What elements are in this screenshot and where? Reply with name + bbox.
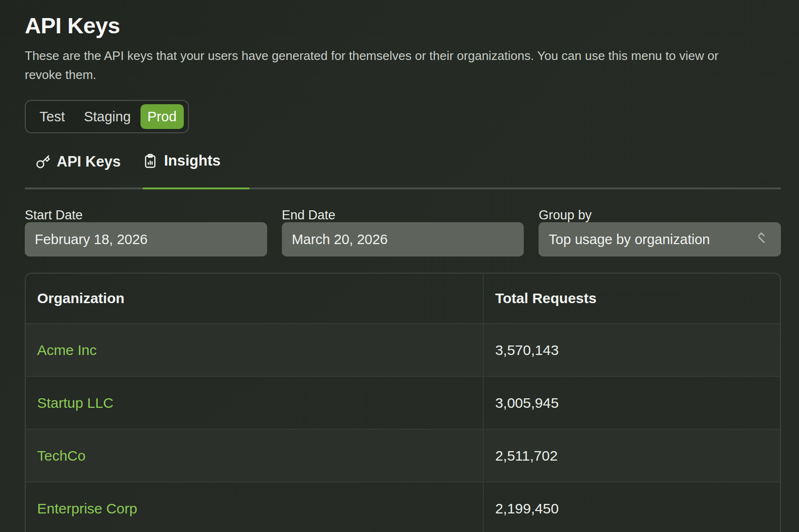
end-date-filter: End Date March 20, 2026 bbox=[282, 208, 524, 256]
environment-switcher: Test Staging Prod bbox=[25, 100, 189, 133]
start-date-label: Start Date bbox=[25, 208, 267, 222]
group-by-select[interactable]: Top usage by organization bbox=[539, 222, 781, 256]
page-title: API Keys bbox=[25, 12, 781, 39]
end-date-label: End Date bbox=[282, 208, 524, 222]
end-date-value: March 20, 2026 bbox=[292, 232, 388, 247]
organization-link[interactable]: Startup LLC bbox=[37, 395, 113, 411]
env-option-test[interactable]: Test bbox=[30, 104, 74, 129]
total-requests-cell: 2,511,702 bbox=[483, 429, 780, 482]
tab-api-keys[interactable]: API Keys bbox=[25, 148, 143, 189]
start-date-value: February 18, 2026 bbox=[35, 232, 148, 247]
group-by-filter: Group by Top usage by organization bbox=[539, 208, 781, 256]
column-header-organization: Organization bbox=[26, 274, 483, 323]
clipboard-chart-icon bbox=[143, 154, 158, 168]
total-requests-cell: 3,005,945 bbox=[483, 376, 780, 429]
organization-cell: Acme Inc bbox=[26, 323, 483, 376]
chevrons-up-down-icon bbox=[755, 231, 768, 248]
total-requests-cell: 2,199,450 bbox=[483, 482, 780, 532]
total-requests-value: 3,570,143 bbox=[495, 342, 559, 358]
env-option-prod[interactable]: Prod bbox=[140, 104, 184, 129]
tab-label: Insights bbox=[164, 152, 220, 169]
filter-bar: Start Date February 18, 2026 End Date Ma… bbox=[25, 208, 781, 256]
env-option-staging[interactable]: Staging bbox=[74, 104, 140, 129]
key-icon bbox=[36, 155, 50, 169]
organization-cell: Enterprise Corp bbox=[26, 482, 483, 532]
group-by-label: Group by bbox=[539, 208, 781, 222]
start-date-filter: Start Date February 18, 2026 bbox=[25, 208, 267, 256]
total-requests-value: 2,511,702 bbox=[495, 448, 558, 464]
page-description: These are the API keys that your users h… bbox=[25, 46, 734, 84]
tab-insights[interactable]: Insights bbox=[143, 148, 250, 189]
tab-label: API Keys bbox=[57, 153, 120, 170]
total-requests-value: 3,005,945 bbox=[495, 395, 559, 411]
total-requests-value: 2,199,450 bbox=[495, 501, 559, 517]
start-date-input[interactable]: February 18, 2026 bbox=[25, 222, 267, 256]
organization-link[interactable]: TechCo bbox=[37, 448, 86, 464]
organization-cell: Startup LLC bbox=[26, 376, 483, 429]
total-requests-cell: 3,570,143 bbox=[483, 323, 780, 376]
organization-cell: TechCo bbox=[26, 429, 483, 482]
group-by-value: Top usage by organization bbox=[549, 232, 710, 247]
column-header-total-requests: Total Requests bbox=[483, 274, 780, 323]
organization-link[interactable]: Acme Inc bbox=[37, 342, 97, 358]
organization-link[interactable]: Enterprise Corp bbox=[37, 501, 137, 517]
usage-table: Organization Total Requests Acme Inc 3,5… bbox=[25, 273, 781, 532]
end-date-input[interactable]: March 20, 2026 bbox=[282, 222, 524, 256]
tab-bar: API Keys Insights bbox=[25, 148, 781, 189]
